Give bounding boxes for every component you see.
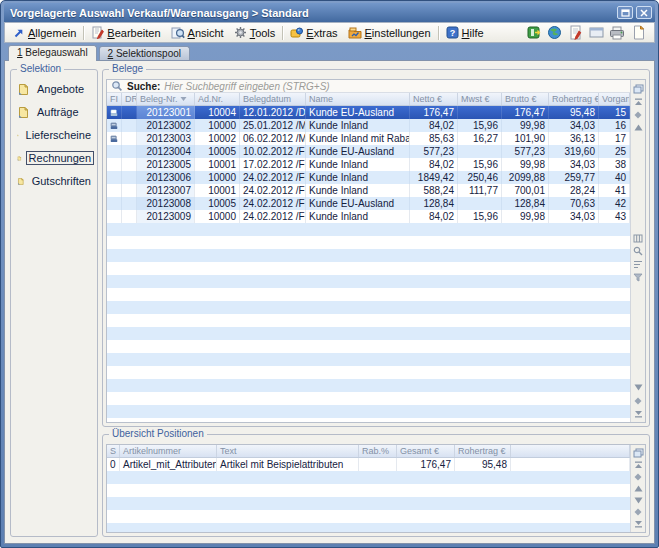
grid-cell-adnr: 10000 — [195, 119, 240, 132]
exit-button[interactable] — [525, 25, 541, 41]
empty-stripe-row — [107, 236, 630, 249]
sidebar-item-lieferscheine[interactable]: Lieferscheine — [17, 128, 94, 142]
help-icon: ? — [446, 26, 459, 39]
column-header-name[interactable]: Name — [306, 93, 410, 105]
grid-cell-brutto: 700,01 — [502, 184, 549, 197]
menu-einstellungen[interactable]: Einstellungen — [343, 26, 436, 40]
column-header-adnr[interactable]: Ad.Nr. — [195, 93, 240, 105]
sidebar-item-angebote[interactable]: Angebote — [17, 82, 94, 96]
menu-ansicht[interactable]: Ansicht — [166, 25, 229, 40]
nav-last-button[interactable] — [632, 408, 644, 419]
grid-cell-fi — [107, 210, 122, 223]
menu-hilfe[interactable]: ? Hilfe — [441, 25, 489, 40]
column-header-brutto[interactable]: Brutto € — [502, 93, 549, 105]
column-chooser-button[interactable] — [632, 83, 644, 94]
document-pen-icon — [569, 25, 582, 40]
column-header-belegdatum[interactable]: Belegdatum — [240, 93, 306, 105]
column-header-vorgang[interactable]: Vorgang — [599, 93, 630, 105]
grid-cell-mwst: 16,27 — [458, 132, 502, 145]
search-input[interactable] — [164, 81, 626, 92]
table-row[interactable]: 0 Artikel_mit_Attributen Artikel mit Bei… — [107, 458, 630, 471]
grid-cell-vorgang: 41 — [599, 184, 630, 197]
table-row[interactable]: 20123001 10004 12.01.2012 /Do Kunde EU-A… — [107, 106, 630, 119]
positionen-groupbox: Übersicht Positionen S Artikelnummer Tex… — [102, 434, 650, 537]
grid-cell-netto: 84,02 — [410, 119, 458, 132]
zoom-button[interactable] — [632, 246, 644, 257]
column-header-gesamt[interactable]: Gesamt € — [397, 445, 455, 457]
svg-text:?: ? — [449, 28, 455, 38]
triangle-up-icon — [634, 124, 643, 131]
table-row[interactable]: 20123005 10001 17.02.2012 /Fr Kunde Inla… — [107, 158, 630, 171]
menu-extras[interactable]: Extras — [285, 25, 342, 40]
restore-button[interactable] — [617, 6, 633, 19]
window-button[interactable] — [588, 25, 604, 41]
table-row[interactable]: 20123008 10005 24.02.2012 /Fr Kunde EU-A… — [107, 197, 630, 210]
grid-cell-netto: 85,63 — [410, 132, 458, 145]
grid-cell-rohertrag: 34,03 — [549, 158, 599, 171]
menu-label: Hilfe — [462, 27, 484, 39]
sort-button[interactable] — [632, 259, 644, 270]
nav-down-marker-button[interactable] — [632, 395, 644, 406]
tab-belegauswahl[interactable]: 1 Belegauswahl — [8, 45, 97, 61]
column-header-netto[interactable]: Netto € — [410, 93, 458, 105]
column-header-s[interactable]: S — [107, 445, 120, 457]
report-button[interactable] — [567, 25, 583, 41]
grid-cell-vorgang: 42 — [599, 197, 630, 210]
nav-first-button[interactable] — [632, 460, 644, 470]
column-header-dr[interactable]: DR — [122, 93, 137, 105]
nav-up-marker-button[interactable] — [632, 472, 644, 482]
globe-icon — [547, 25, 562, 40]
search-label: Suche: — [127, 81, 160, 92]
column-header-text[interactable]: Text — [217, 445, 359, 457]
menu-tools[interactable]: Tools — [229, 25, 281, 40]
sidebar-item-aufträge[interactable]: Aufträge — [17, 105, 94, 119]
column-header-rohertrag[interactable]: Rohertrag € — [455, 445, 511, 457]
table-row[interactable]: 20123009 10000 24.02.2012 /Fr Kunde Inla… — [107, 210, 630, 223]
grid-cell-mwst: 15,96 — [458, 210, 502, 223]
nav-prev-button[interactable] — [632, 484, 644, 494]
restore-icon — [621, 9, 630, 17]
grid-cell-netto: 577,23 — [410, 145, 458, 158]
print-button[interactable] — [609, 25, 625, 41]
empty-stripe-row — [107, 484, 630, 497]
nav-last-button[interactable] — [632, 519, 644, 529]
menu-bar: Allgemein Bearbeiten Ansicht — [4, 22, 655, 43]
table-row[interactable]: 20123006 10000 24.02.2012 /Fr Kunde Inla… — [107, 171, 630, 184]
nav-prev-button[interactable] — [632, 122, 644, 133]
table-row[interactable]: 20123002 10000 25.01.2012 /Mi Kunde Inla… — [107, 119, 630, 132]
grid-cell-belegdatum: 17.02.2012 /Fr — [240, 158, 306, 171]
close-button[interactable] — [636, 6, 652, 19]
table-row[interactable]: 20123004 10005 10.02.2012 /Fr Kunde EU-A… — [107, 145, 630, 158]
nav-down-marker-button[interactable] — [632, 507, 644, 517]
title-bar[interactable]: Vorgelagerte Auswahl Verkauf/Warenausgan… — [4, 3, 655, 22]
belege-groupbox: Belege Suche: FI DR — [102, 69, 650, 427]
sidebar-item-rechnungen[interactable]: Rechnungen — [17, 151, 94, 165]
sidebar-item-gutschriften[interactable]: Gutschriften — [17, 174, 94, 188]
empty-stripe-row — [107, 379, 630, 392]
column-header-mwst[interactable]: Mwst € — [458, 93, 502, 105]
column-header-artikelnummer[interactable]: Artikelnummer — [120, 445, 217, 457]
new-document-button[interactable] — [630, 25, 646, 41]
table-row[interactable]: 20123003 10002 06.02.2012 /Mo Kunde Inla… — [107, 132, 630, 145]
menu-allgemein[interactable]: Allgemein — [8, 26, 81, 40]
grid-options-button[interactable] — [632, 233, 644, 244]
tab-selektionspool[interactable]: 2 Selektionspool — [99, 46, 190, 60]
filter-button[interactable] — [632, 272, 644, 283]
nav-first-button[interactable] — [632, 96, 644, 107]
nav-next-button[interactable] — [632, 495, 644, 505]
nav-next-button[interactable] — [632, 382, 644, 393]
column-header-rohertrag[interactable]: Rohertrag € — [549, 93, 599, 105]
column-header-belegnr[interactable]: Beleg-Nr. — [137, 93, 195, 105]
groupbox-title: Übersicht Positionen — [109, 428, 207, 439]
table-row[interactable]: 20123007 10001 24.02.2012 /Fr Kunde Inla… — [107, 184, 630, 197]
menu-bearbeiten[interactable]: Bearbeiten — [86, 25, 165, 40]
column-header-rab[interactable]: Rab.% — [359, 445, 397, 457]
grid-cell-name: Kunde EU-Ausland — [306, 145, 410, 158]
grid-cell-brutto: 99,98 — [502, 158, 549, 171]
menu-label: Extras — [306, 27, 337, 39]
nav-up-marker-button[interactable] — [632, 109, 644, 120]
column-header-fi[interactable]: FI — [107, 93, 122, 105]
web-button[interactable] — [546, 25, 562, 41]
grid-cell-name: Kunde Inland — [306, 184, 410, 197]
column-chooser-button[interactable] — [632, 448, 644, 458]
